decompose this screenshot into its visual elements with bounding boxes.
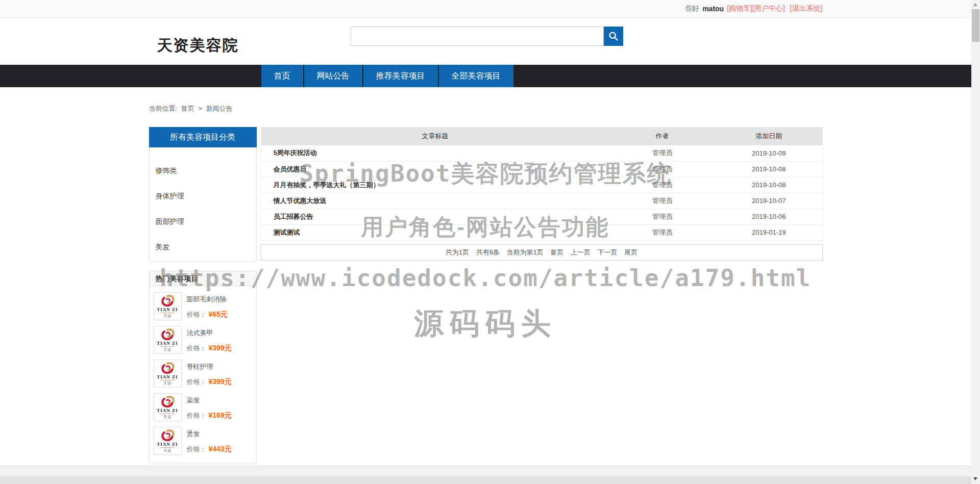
product-price: ¥169元: [209, 411, 232, 419]
category-item-facial-care[interactable]: 面部护理: [150, 209, 256, 234]
nav-item-recommended[interactable]: 推荐美容项目: [363, 65, 438, 87]
article-date: 2019-10-06: [716, 209, 822, 224]
logout-link[interactable]: [退出系统]: [790, 4, 823, 13]
list-item: TIAN ZI 天姿 染发 价格：¥169元: [154, 393, 252, 421]
breadcrumb-home[interactable]: 首页: [181, 105, 194, 112]
table-row: 会员优惠日 管理员 2019-10-08: [261, 161, 822, 177]
category-list: 修饰类 身体护理 面部护理 美发: [149, 147, 257, 262]
brand-cn-text: 天姿: [163, 347, 172, 352]
product-price: ¥399元: [209, 344, 232, 352]
brand-swirl-icon: [158, 294, 177, 308]
product-thumbnail[interactable]: TIAN ZI 天姿: [154, 393, 182, 421]
nav-item-home[interactable]: 首页: [261, 65, 303, 87]
product-name[interactable]: 脊柱护理: [187, 362, 232, 371]
brand-divider: [161, 346, 174, 347]
cart-link[interactable]: [购物车]: [727, 4, 752, 13]
article-title-link[interactable]: 5周年庆祝活动: [261, 145, 609, 161]
product-price: ¥399元: [209, 377, 232, 386]
main-nav: 首页 网站公告 推荐美容项目 全部美容项目: [0, 65, 971, 87]
product-name[interactable]: 烫发: [187, 429, 232, 439]
article-date: 2019-10-09: [716, 145, 822, 161]
breadcrumb: 当前位置: 首页 > 新闻公告: [149, 104, 823, 114]
category-item-body-care[interactable]: 身体护理: [150, 183, 256, 209]
article-date: 2019-01-19: [716, 224, 822, 240]
price-label: 价格：: [187, 445, 207, 453]
topbar: 你好 matou [购物车] [用户中心] [退出系统]: [0, 0, 971, 18]
category-item-hair[interactable]: 美发: [150, 234, 256, 260]
article-date: 2019-10-07: [716, 193, 822, 209]
list-item: TIAN ZI 天姿 脊柱护理 价格：¥399元: [154, 360, 252, 388]
column-header-date: 添加日期: [716, 127, 822, 145]
brand-latin-text: TIAN ZI: [157, 375, 178, 379]
article-author: 管理员: [609, 193, 716, 209]
table-header-row: 文章标题 作者 添加日期: [261, 127, 822, 145]
article-title-link[interactable]: 月月有抽奖，季季送大礼（第三期）: [261, 177, 609, 193]
username: matou: [702, 5, 724, 13]
nav-item-announcements[interactable]: 网站公告: [304, 65, 362, 87]
product-thumbnail[interactable]: TIAN ZI 天姿: [154, 292, 182, 320]
brand-cn-text: 天姿: [163, 381, 172, 386]
article-title-link[interactable]: 员工招募公告: [261, 209, 609, 224]
pagination-current-page: 当前为第1页: [506, 248, 543, 256]
site-logo[interactable]: 天资美容院: [157, 35, 239, 56]
vertical-scrollbar[interactable]: [971, 0, 980, 484]
product-name[interactable]: 法式美甲: [187, 328, 232, 338]
pagination-first-link[interactable]: 首页: [550, 248, 564, 256]
article-author: 管理员: [609, 224, 716, 240]
table-row: 情人节优惠大放送 管理员 2019-10-07: [261, 193, 822, 209]
product-thumbnail[interactable]: TIAN ZI 天姿: [154, 427, 182, 455]
product-name[interactable]: 面部毛刺消除: [187, 295, 228, 304]
pagination-bar: 共为1页 共有6条 当前为第1页 首页 上一页 下一页 尾页: [261, 244, 823, 261]
list-item: TIAN ZI 天姿 烫发 价格：¥443元: [154, 427, 252, 455]
price-label: 价格：: [187, 311, 207, 318]
pagination-total-items: 共有6条: [476, 248, 500, 256]
brand-swirl-icon: [158, 395, 177, 409]
breadcrumb-label: 当前位置:: [149, 105, 178, 112]
site-header: 天资美容院: [0, 18, 971, 65]
price-label: 价格：: [187, 412, 207, 419]
product-price: ¥65元: [209, 310, 228, 318]
scrollbar-up-arrow-icon[interactable]: [973, 3, 977, 6]
product-thumbnail[interactable]: TIAN ZI 天姿: [154, 360, 182, 388]
pagination-total-pages: 共为1页: [446, 248, 469, 256]
pagination-last-link[interactable]: 尾页: [624, 248, 638, 256]
list-item: TIAN ZI 天姿 面部毛刺消除 价格：¥65元: [154, 292, 252, 320]
article-title-link[interactable]: 会员优惠日: [261, 161, 609, 177]
column-header-author: 作者: [609, 127, 716, 145]
product-name[interactable]: 染发: [187, 396, 232, 405]
scrollbar-thumb[interactable]: [972, 9, 979, 42]
brand-divider: [161, 447, 174, 448]
hot-panel-title: 热门美容项目: [149, 271, 257, 286]
brand-divider: [161, 414, 174, 414]
search-button[interactable]: [604, 27, 623, 46]
category-panel-title: 所有美容项目分类: [149, 127, 257, 147]
brand-swirl-icon: [158, 429, 177, 442]
brand-latin-text: TIAN ZI: [157, 442, 178, 447]
article-author: 管理员: [609, 145, 716, 161]
footer-band-dark: [0, 476, 971, 484]
brand-cn-text: 天姿: [163, 448, 172, 453]
brand-divider: [161, 313, 174, 313]
price-label: 价格：: [187, 378, 207, 386]
breadcrumb-separator: >: [198, 105, 202, 112]
page: 你好 matou [购物车] [用户中心] [退出系统] 天资美容院: [0, 0, 980, 484]
brand-latin-text: TIAN ZI: [157, 341, 178, 346]
product-thumbnail[interactable]: TIAN ZI 天姿: [154, 326, 182, 354]
category-item-decoration[interactable]: 修饰类: [150, 158, 256, 183]
table-row: 测试测试 管理员 2019-01-19: [261, 224, 822, 240]
article-section: 文章标题 作者 添加日期 5周年庆祝活动 管理员 2019-10-09 会员优惠…: [261, 127, 823, 261]
article-title-link[interactable]: 情人节优惠大放送: [261, 193, 609, 209]
article-title-link[interactable]: 测试测试: [261, 224, 609, 240]
table-row: 员工招募公告 管理员 2019-10-06: [261, 209, 822, 224]
search-input[interactable]: [351, 27, 604, 46]
greeting-text: 你好: [685, 4, 699, 13]
brand-latin-text: TIAN ZI: [157, 308, 178, 312]
nav-item-all-projects[interactable]: 全部美容项目: [439, 65, 513, 87]
scrollbar-down-arrow-icon[interactable]: [973, 477, 977, 480]
hot-product-list: TIAN ZI 天姿 面部毛刺消除 价格：¥65元 TIAN ZI 天姿: [149, 286, 257, 464]
pagination-prev-link[interactable]: 上一页: [571, 248, 591, 256]
table-row: 5周年庆祝活动 管理员 2019-10-09: [261, 145, 822, 161]
user-center-link[interactable]: [用户中心]: [752, 4, 785, 13]
pagination-next-link[interactable]: 下一页: [598, 248, 618, 256]
brand-cn-text: 天姿: [163, 415, 172, 419]
